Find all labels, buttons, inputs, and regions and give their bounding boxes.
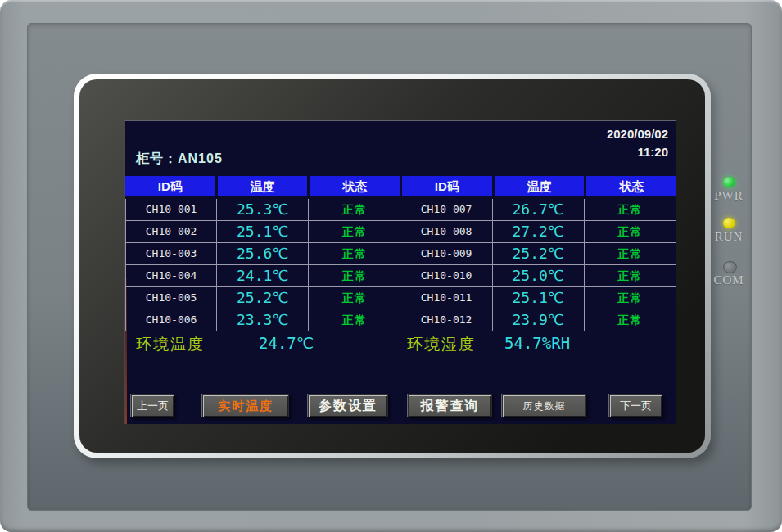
com-led-icon (723, 261, 737, 273)
cell-channel-id: CH10-002 (125, 221, 217, 243)
cell-temperature: 25.2℃ (217, 287, 309, 309)
next-page-button[interactable]: 下一页 (609, 394, 662, 417)
table-row: CH10-002 25.1℃ 正常 CH10-008 27.2℃ 正常 (125, 221, 676, 243)
temperature-table: ID码 温度 状态 ID码 温度 状态 CH10-001 25.3℃ 正常 CH… (125, 176, 676, 331)
cell-temperature: 25.0℃ (493, 265, 585, 287)
col-header-status-2: 状态 (586, 176, 676, 196)
cell-temperature: 25.1℃ (217, 221, 309, 243)
cell-channel-id: CH10-004 (125, 265, 217, 287)
run-led-label: RUN (711, 230, 747, 244)
hmi-device-frame: 2020/09/02 11:20 柜号：AN105 ID码 温度 状态 ID码 … (0, 0, 782, 532)
cell-status: 正常 (309, 287, 400, 309)
cell-temperature: 25.2℃ (493, 243, 585, 265)
col-header-status-1: 状态 (310, 176, 400, 196)
cell-status: 正常 (585, 199, 676, 221)
table-row: CH10-006 23.3℃ 正常 CH10-012 23.9℃ 正常 (125, 309, 676, 331)
cell-status: 正常 (309, 243, 400, 265)
time-text: 11:20 (607, 143, 668, 161)
parameter-settings-button[interactable]: 参数设置 (308, 394, 388, 417)
com-led-label: COM (711, 273, 747, 287)
cell-status: 正常 (309, 309, 400, 331)
datetime: 2020/09/02 11:20 (607, 125, 668, 161)
screen-bezel: 2020/09/02 11:20 柜号：AN105 ID码 温度 状态 ID码 … (79, 79, 705, 453)
ambient-temp-value: 24.7℃ (259, 334, 314, 352)
cell-channel-id: CH10-006 (125, 309, 217, 331)
cell-temperature: 23.9℃ (493, 309, 585, 331)
cell-status: 正常 (585, 221, 676, 243)
cell-status: 正常 (585, 265, 676, 287)
cell-status: 正常 (309, 265, 400, 287)
cell-channel-id: CH10-001 (125, 199, 217, 221)
power-led-icon (723, 177, 735, 187)
cell-temperature: 25.1℃ (493, 287, 585, 309)
cell-channel-id: CH10-009 (400, 243, 492, 265)
table-row: CH10-005 25.2℃ 正常 CH10-011 25.1℃ 正常 (125, 287, 676, 309)
col-header-id-2: ID码 (402, 176, 492, 196)
cell-channel-id: CH10-011 (400, 287, 492, 309)
cell-temperature: 27.2℃ (493, 221, 585, 243)
col-header-id-1: ID码 (125, 176, 215, 196)
cell-status: 正常 (309, 221, 400, 243)
cell-status: 正常 (309, 199, 400, 221)
col-header-temp-1: 温度 (218, 176, 308, 196)
table-header-row: ID码 温度 状态 ID码 温度 状态 (125, 176, 676, 196)
cell-temperature: 24.1℃ (217, 265, 309, 287)
cell-channel-id: CH10-007 (400, 199, 492, 221)
run-led-icon (723, 218, 735, 228)
cell-temperature: 26.7℃ (493, 199, 585, 221)
cell-channel-id: CH10-012 (400, 309, 492, 331)
cell-status: 正常 (585, 243, 676, 265)
cabinet-number-label: 柜号：AN105 (136, 151, 223, 168)
lcd-display: 2020/09/02 11:20 柜号：AN105 ID码 温度 状态 ID码 … (124, 120, 676, 424)
cell-channel-id: CH10-010 (400, 265, 492, 287)
ambient-humidity-value: 54.7%RH (504, 334, 570, 352)
history-data-button[interactable]: 历史数据 (502, 394, 586, 417)
power-led-label: PWR (711, 189, 747, 203)
cell-channel-id: CH10-008 (400, 221, 492, 243)
date-text: 2020/09/02 (607, 125, 668, 143)
screenshot-stage: 2020/09/02 11:20 柜号：AN105 ID码 温度 状态 ID码 … (0, 0, 782, 532)
table-row: CH10-004 24.1℃ 正常 CH10-010 25.0℃ 正常 (125, 265, 676, 287)
ambient-readings: 环境温度 24.7℃ 环境湿度 54.7%RH (125, 334, 676, 355)
realtime-temperature-button[interactable]: 实时温度 (202, 394, 289, 417)
nav-button-bar: 上一页 实时温度 参数设置 报警查询 历史数据 下一页 (125, 394, 676, 419)
ambient-humidity-label: 环境湿度 (407, 334, 476, 355)
prev-page-button[interactable]: 上一页 (131, 394, 174, 417)
col-header-temp-2: 温度 (495, 176, 585, 196)
table-row: CH10-003 25.6℃ 正常 CH10-009 25.2℃ 正常 (125, 243, 676, 265)
cell-status: 正常 (585, 287, 676, 309)
cell-channel-id: CH10-005 (125, 287, 217, 309)
table-row: CH10-001 25.3℃ 正常 CH10-007 26.7℃ 正常 (125, 199, 676, 221)
cell-temperature: 23.3℃ (217, 309, 309, 331)
cell-channel-id: CH10-003 (125, 243, 217, 265)
screen-bezel-rim: 2020/09/02 11:20 柜号：AN105 ID码 温度 状态 ID码 … (74, 74, 711, 458)
cell-status: 正常 (585, 309, 676, 331)
cell-temperature: 25.6℃ (217, 243, 309, 265)
alarm-query-button[interactable]: 报警查询 (408, 394, 492, 417)
ambient-temp-label: 环境温度 (136, 334, 205, 355)
cell-temperature: 25.3℃ (217, 199, 309, 221)
